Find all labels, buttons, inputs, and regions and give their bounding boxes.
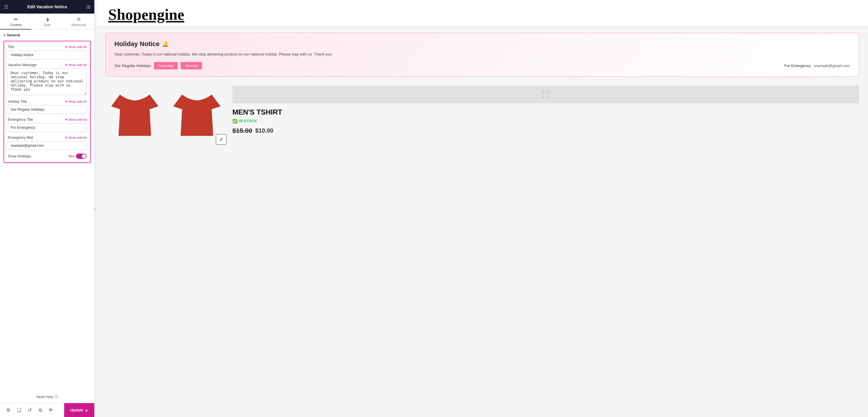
title-write-ai-btn[interactable]: ✦ Write with AI bbox=[65, 45, 87, 49]
vacation-message-textarea[interactable]: Dear customer, Today is our national hol… bbox=[8, 69, 87, 95]
panel-resizer[interactable] bbox=[95, 0, 96, 417]
preview-header: Shopengine bbox=[96, 0, 868, 27]
holiday-title-text: Holiday Notice bbox=[115, 40, 160, 48]
emergency-for-label: For Emergency: bbox=[784, 64, 811, 68]
tab-content[interactable]: ✏ Content bbox=[0, 13, 31, 29]
emergency-title-input[interactable] bbox=[8, 123, 87, 132]
grid-icon[interactable]: ⊞ bbox=[86, 4, 90, 10]
product-images: ⤢ bbox=[105, 83, 226, 148]
show-holidays-label: Show Holidays bbox=[8, 154, 31, 158]
title-field-row: Title ✦ Write with AI bbox=[8, 45, 87, 59]
vacation-message-write-ai-btn[interactable]: ✦ Write with AI bbox=[65, 63, 87, 67]
advanced-tab-icon: ⚙ bbox=[76, 16, 81, 22]
content-tab-icon: ✏ bbox=[14, 16, 18, 22]
title-input[interactable] bbox=[8, 50, 87, 59]
panel-title: Edit Vacation Notice bbox=[28, 4, 67, 9]
tshirt-svg-2 bbox=[173, 89, 221, 142]
emergency-mail-ai-label: Write with AI bbox=[69, 136, 87, 139]
emergency-title-ai-label: Write with AI bbox=[69, 118, 87, 121]
history-icon[interactable]: ↺ bbox=[24, 403, 35, 417]
hamburger-icon[interactable]: ☰ bbox=[4, 4, 8, 10]
title-label-row: Title ✦ Write with AI bbox=[8, 45, 87, 49]
ai-star-icon-5: ✦ bbox=[65, 136, 68, 140]
holiday-title-write-ai-btn[interactable]: ✦ Write with AI bbox=[65, 100, 87, 104]
form-section: Title ✦ Write with AI Vacation Message ✦… bbox=[4, 41, 91, 163]
ai-star-icon-2: ✦ bbox=[65, 63, 68, 67]
left-panel: ☰ Edit Vacation Notice ⊞ ✏ Content ◑ Sty… bbox=[0, 0, 95, 417]
show-holidays-toggle[interactable] bbox=[76, 153, 87, 159]
vacation-message-label: Vacation Message bbox=[8, 63, 37, 67]
help-icon: ⓘ bbox=[54, 394, 58, 399]
emergency-mail-write-ai-btn[interactable]: ✦ Write with AI bbox=[65, 136, 87, 140]
vacation-ai-label: Write with AI bbox=[69, 63, 87, 67]
stock-badge: ✅ IN STOCK bbox=[232, 119, 859, 124]
emergency-title-write-ai-btn[interactable]: ✦ Write with AI bbox=[65, 117, 87, 122]
stock-text: IN STOCK bbox=[239, 119, 257, 123]
sunday-badge: Sunday bbox=[181, 62, 202, 69]
holiday-message: Dear customer, Today is our national hol… bbox=[115, 51, 850, 57]
title-ai-label: Write with AI bbox=[69, 45, 87, 49]
price-row: $15.00 $10.00 bbox=[232, 127, 859, 135]
update-label: Update bbox=[70, 408, 83, 412]
product-name: MEN'S TSHIRT bbox=[232, 108, 859, 116]
eye-icon[interactable]: 👁 bbox=[45, 403, 56, 417]
holiday-footer-row: Our Regular Holidays Saturday Sunday For… bbox=[115, 62, 850, 69]
tshirt-svg-1 bbox=[111, 89, 158, 142]
vacation-message-label-row: Vacation Message ✦ Write with AI bbox=[8, 63, 87, 67]
footer-icons: ⚙ ❑ ↺ ⧉ 👁 bbox=[0, 403, 64, 417]
panel-header: ☰ Edit Vacation Notice ⊞ bbox=[0, 0, 94, 13]
product-section: ⤢ ⛶ MEN'S TSHIRT ✅ IN STOCK $15.00 $10.0… bbox=[105, 83, 859, 148]
section-arrow: ▾ bbox=[4, 34, 5, 37]
ai-star-icon-3: ✦ bbox=[65, 100, 68, 104]
tab-style[interactable]: ◑ Style bbox=[31, 13, 63, 29]
holiday-card-title: Holiday Notice 🔔 bbox=[115, 40, 850, 48]
expand-icon: ⤢ bbox=[219, 136, 223, 142]
duplicate-icon[interactable]: ⧉ bbox=[35, 403, 45, 417]
toggle-thumb bbox=[82, 154, 86, 158]
tab-advanced[interactable]: ⚙ Advanced bbox=[63, 13, 94, 29]
emergency-mail-input[interactable] bbox=[8, 141, 87, 150]
placeholder-icon: ⛶ bbox=[542, 91, 549, 99]
settings-icon[interactable]: ⚙ bbox=[3, 403, 13, 417]
panel-footer: ⚙ ❑ ↺ ⧉ 👁 Update ▲ bbox=[0, 403, 94, 417]
toggle-wrapper: Yes bbox=[69, 153, 87, 159]
holiday-title-label: Holiday Title bbox=[8, 100, 27, 104]
tabs-row: ✏ Content ◑ Style ⚙ Advanced bbox=[0, 13, 94, 30]
style-tab-icon: ◑ bbox=[45, 16, 49, 22]
toggle-yes-label: Yes bbox=[69, 154, 74, 158]
stock-check-icon: ✅ bbox=[232, 119, 238, 124]
tshirt-image-1 bbox=[105, 83, 164, 148]
content-tab-label: Content bbox=[10, 23, 22, 27]
new-price: $10.00 bbox=[255, 127, 273, 134]
panel-body: ▾ General Title ✦ Write with AI Vacatio bbox=[0, 30, 94, 390]
regular-holidays-label: Our Regular Holidays bbox=[115, 64, 151, 68]
update-button[interactable]: Update ▲ bbox=[64, 403, 94, 417]
holiday-title-field-row: Holiday Title ✦ Write with AI bbox=[8, 100, 87, 114]
emergency-mail-field-row: Emergency Mail ✦ Write with AI bbox=[8, 136, 87, 150]
vacation-message-field-row: Vacation Message ✦ Write with AI Dear cu… bbox=[8, 63, 87, 96]
right-panel: Shopengine Holiday Notice 🔔 Dear custome… bbox=[96, 0, 868, 417]
holiday-title-ai-label: Write with AI bbox=[69, 100, 87, 103]
emergency-mail-label: Emergency Mail bbox=[8, 136, 33, 140]
emergency-mail-label-row: Emergency Mail ✦ Write with AI bbox=[8, 136, 87, 140]
preview-content: Holiday Notice 🔔 Dear customer, Today is… bbox=[96, 27, 868, 153]
emergency-email-text: example@gmail.com bbox=[814, 64, 850, 68]
old-price: $15.00 bbox=[232, 127, 252, 135]
site-title: Shopengine bbox=[108, 6, 856, 23]
title-label: Title bbox=[8, 45, 14, 49]
ai-star-icon-4: ✦ bbox=[65, 117, 68, 122]
bell-icon: 🔔 bbox=[162, 41, 168, 47]
advanced-tab-label: Advanced bbox=[71, 23, 86, 27]
update-chevron-icon: ▲ bbox=[85, 408, 88, 412]
need-help-label: Need Help bbox=[36, 395, 53, 399]
product-placeholder-image: ⛶ bbox=[232, 85, 859, 103]
need-help[interactable]: Need Help ⓘ bbox=[0, 390, 94, 403]
holiday-title-input[interactable] bbox=[8, 105, 87, 114]
holiday-card: Holiday Notice 🔔 Dear customer, Today is… bbox=[105, 33, 859, 77]
product-info: ⛶ MEN'S TSHIRT ✅ IN STOCK $15.00 $10.00 bbox=[232, 83, 859, 138]
layers-icon[interactable]: ❑ bbox=[13, 403, 24, 417]
emergency-title-field-row: Emergency Title ✦ Write with AI bbox=[8, 117, 87, 132]
emergency-right: For Emergency: example@gmail.com bbox=[784, 64, 850, 68]
expand-button[interactable]: ⤢ bbox=[216, 134, 226, 145]
emergency-title-label-row: Emergency Title ✦ Write with AI bbox=[8, 117, 87, 122]
